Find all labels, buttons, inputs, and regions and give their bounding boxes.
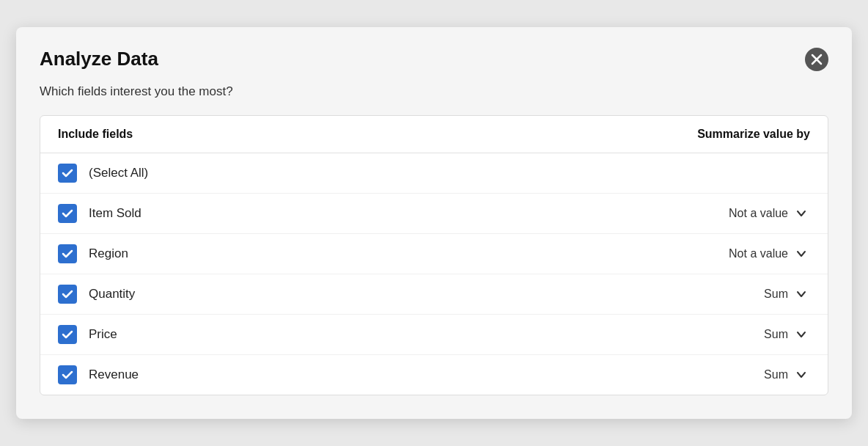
- dialog-header: Analyze Data: [40, 48, 828, 71]
- field-name-region: Region: [89, 246, 128, 261]
- col-include-label: Include fields: [58, 128, 133, 141]
- checkbox-price[interactable]: [58, 325, 77, 344]
- fields-table: Include fields Summarize value by (Selec…: [40, 115, 828, 395]
- checkbox-revenue[interactable]: [58, 365, 77, 384]
- checkbox-item-sold[interactable]: [58, 204, 77, 223]
- dropdown-arrow-quantity[interactable]: [792, 285, 810, 303]
- close-button[interactable]: [805, 48, 828, 71]
- analyze-data-dialog: Analyze Data Which fields interest you t…: [16, 27, 852, 419]
- row-right: Not a value: [729, 245, 810, 263]
- row-left: Revenue: [58, 365, 139, 384]
- table-header: Include fields Summarize value by: [40, 116, 828, 153]
- row-left: (Select All): [58, 164, 148, 183]
- summarize-value-price: Sum: [764, 328, 788, 341]
- table-row: Region Not a value: [40, 234, 828, 274]
- field-name-item-sold: Item Sold: [89, 206, 141, 221]
- field-name-quantity: Quantity: [89, 287, 135, 301]
- checkbox-region[interactable]: [58, 244, 77, 263]
- field-name-price: Price: [89, 327, 117, 342]
- table-row: (Select All): [40, 153, 828, 194]
- dialog-title: Analyze Data: [40, 48, 158, 70]
- row-left: Item Sold: [58, 204, 141, 223]
- row-left: Price: [58, 325, 117, 344]
- dialog-subtitle: Which fields interest you the most?: [40, 84, 828, 99]
- field-name-revenue: Revenue: [89, 368, 139, 382]
- dropdown-arrow-item-sold[interactable]: [792, 205, 810, 222]
- table-row: Revenue Sum: [40, 355, 828, 395]
- row-right: Not a value: [729, 205, 810, 222]
- table-row: Item Sold Not a value: [40, 194, 828, 234]
- table-row: Price Sum: [40, 315, 828, 355]
- checkbox-quantity[interactable]: [58, 285, 77, 304]
- field-name-select-all: (Select All): [89, 166, 148, 180]
- col-summarize-label: Summarize value by: [697, 128, 810, 141]
- table-row: Quantity Sum: [40, 274, 828, 315]
- row-right: Sum: [764, 285, 810, 303]
- row-left: Region: [58, 244, 128, 263]
- dropdown-arrow-revenue[interactable]: [792, 366, 810, 384]
- summarize-value-quantity: Sum: [764, 288, 788, 301]
- dropdown-arrow-region[interactable]: [792, 245, 810, 263]
- row-left: Quantity: [58, 285, 135, 304]
- summarize-value-region: Not a value: [729, 247, 788, 260]
- summarize-value-revenue: Sum: [764, 368, 788, 381]
- summarize-value-item-sold: Not a value: [729, 207, 788, 220]
- row-right: Sum: [764, 366, 810, 384]
- row-right: Sum: [764, 326, 810, 343]
- dropdown-arrow-price[interactable]: [792, 326, 810, 343]
- checkbox-select-all[interactable]: [58, 164, 77, 183]
